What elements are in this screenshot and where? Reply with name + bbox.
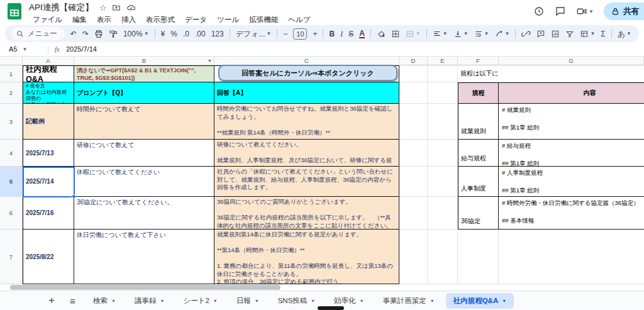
- italic-button[interactable]: I: [340, 30, 343, 38]
- cell-d4[interactable]: [399, 140, 428, 167]
- functions-button[interactable]: Σ: [601, 30, 605, 38]
- cell-c4[interactable]: 研修について教えてください。 就業規則、人事制度規程、及び36協定において、研修…: [214, 140, 399, 167]
- column-b-dropdown-icon[interactable]: ▼: [208, 58, 212, 63]
- cell-a2[interactable]: # 命令文 あなたは社内規程回答の 効果的な回答を作成して: [23, 82, 74, 104]
- more-formats-button[interactable]: 123: [211, 30, 224, 38]
- row-header-4[interactable]: 4: [0, 140, 23, 167]
- formula-input[interactable]: 2025/7/14: [66, 45, 97, 53]
- all-sheets-button[interactable]: ≡: [63, 296, 82, 306]
- print-button[interactable]: [94, 30, 103, 38]
- cell-c2[interactable]: 回答【A】: [214, 82, 399, 104]
- cell-e6[interactable]: [428, 197, 458, 230]
- cell-e5[interactable]: [428, 167, 458, 197]
- cell-f3[interactable]: 就業規則: [458, 104, 499, 140]
- cell-a7[interactable]: 2025/8/22: [23, 230, 74, 284]
- menu-file[interactable]: ファイル: [29, 14, 66, 25]
- borders-button[interactable]: [391, 30, 400, 38]
- redo-button[interactable]: ↷: [82, 30, 89, 38]
- cell-a3[interactable]: 記載例: [23, 104, 74, 140]
- column-header-d[interactable]: D: [399, 57, 428, 65]
- sheet-tab-sns[interactable]: SNS投稿▼: [270, 293, 323, 309]
- sheet-tab-kensaku[interactable]: 検索▼: [86, 293, 123, 309]
- zoom-dropdown[interactable]: 100% ▼: [123, 30, 149, 38]
- cell-c5[interactable]: 社員からの「休暇について教えてください」という問い合わせに対して、就業規則、給与…: [214, 167, 399, 197]
- vertical-align-button[interactable]: ▼: [453, 30, 469, 38]
- menu-tools[interactable]: ツール: [213, 14, 243, 25]
- menu-format[interactable]: 表示形式: [142, 14, 179, 25]
- document-title[interactable]: API連携【確定】: [29, 2, 94, 13]
- font-size-input[interactable]: 10: [293, 28, 307, 40]
- cell-a1[interactable]: 社内規程Q&A: [23, 65, 74, 82]
- cell-g6[interactable]: # 時間外労働・休日労働に関する協定届（36協定） ## 基本情報 **事業場名…: [499, 197, 644, 230]
- cell-e4[interactable]: [428, 140, 458, 167]
- cell-g4[interactable]: # 給与規程 ## 第1章 総則 ### 第1条（目的）: [499, 140, 644, 167]
- insert-link-button[interactable]: [521, 29, 531, 38]
- format-currency-button[interactable]: ¥: [161, 30, 165, 38]
- meet-presentation-button[interactable]: ▼: [576, 6, 594, 17]
- menu-data[interactable]: データ: [181, 14, 211, 25]
- cell-e2[interactable]: [428, 82, 458, 104]
- create-filter-button[interactable]: [565, 30, 574, 38]
- cell-f2[interactable]: 規程: [458, 82, 499, 104]
- star-icon[interactable]: ☆: [99, 4, 107, 12]
- cell-c6[interactable]: 36協同についてのご質問ありがとうございます。 36協定に関する社内規程の該当箇…: [214, 197, 399, 230]
- decrease-decimal-button[interactable]: .0: [183, 30, 189, 38]
- text-color-button[interactable]: A: [359, 30, 365, 38]
- increase-decimal-button[interactable]: .00: [195, 30, 206, 38]
- select-all-corner[interactable]: [0, 57, 23, 65]
- format-percent-button[interactable]: %: [170, 30, 177, 38]
- cell-b7[interactable]: 休日労働について教えて下さい: [74, 230, 214, 284]
- cell-a6[interactable]: 2025/7/16: [23, 197, 74, 230]
- column-header-g[interactable]: G: [499, 57, 644, 65]
- cell-b2[interactable]: プロンプト【Q】: [74, 82, 214, 104]
- row-header-1[interactable]: 1: [0, 65, 23, 82]
- cell-b4[interactable]: 研修について教えて: [74, 140, 214, 167]
- menu-insert[interactable]: 挿入: [118, 14, 140, 25]
- version-history-icon[interactable]: [533, 6, 545, 17]
- row-header-7[interactable]: 7: [0, 230, 23, 284]
- cell-f6[interactable]: 36協定: [458, 197, 499, 230]
- cloud-status-icon[interactable]: [126, 3, 136, 12]
- insert-comment-button[interactable]: [536, 30, 545, 38]
- decrease-font-size-button[interactable]: −: [283, 30, 287, 38]
- fill-color-button[interactable]: [377, 30, 386, 38]
- cell-f5[interactable]: 人事制度: [458, 167, 499, 197]
- cell-e7[interactable]: [428, 230, 458, 284]
- cell-g5[interactable]: # 人事制度規程 ## 第1章 総則: [499, 167, 644, 197]
- name-box[interactable]: A5▼: [0, 45, 48, 53]
- input-tools-button[interactable]: あ ▼: [618, 30, 631, 38]
- sheet-tab-nippou[interactable]: 日報▼: [229, 293, 267, 309]
- undo-button[interactable]: ↶: [70, 30, 77, 38]
- font-dropdown[interactable]: デフォ... ▼: [236, 30, 272, 38]
- cell-f7[interactable]: [458, 230, 499, 284]
- cell-g1[interactable]: [499, 65, 644, 82]
- cell-g2[interactable]: 内容: [499, 82, 644, 104]
- menu-help[interactable]: ヘルプ: [284, 14, 314, 25]
- menus-search-button[interactable]: メニュー: [11, 27, 65, 40]
- text-rotation-button[interactable]: ▼: [495, 30, 510, 38]
- row-header-6[interactable]: 6: [0, 197, 23, 230]
- insert-chart-button[interactable]: [551, 30, 560, 38]
- cell-c3[interactable]: 時間外労働についてお問合せですね。就業規則と36協定を確認してみましょう。 **…: [214, 104, 399, 140]
- horizontal-align-button[interactable]: ▼: [433, 30, 448, 38]
- menu-view[interactable]: 表示: [93, 14, 115, 25]
- cell-d1[interactable]: [399, 65, 428, 82]
- cell-b5[interactable]: 休暇について教えてください: [74, 167, 214, 197]
- text-wrap-button[interactable]: ▼: [474, 30, 489, 38]
- strikethrough-button[interactable]: S: [348, 30, 353, 38]
- cell-b1[interactable]: 消さないで⇒GPT($A$2 & B1 & TEXTJOIN("", TRUE,…: [74, 65, 214, 82]
- answer-macro-button[interactable]: 回答案セルにカーソル⇒本ボタンクリック: [218, 65, 397, 81]
- increase-font-size-button[interactable]: +: [313, 30, 317, 38]
- cell-f1[interactable]: 規程は以下に貼り付けてください: [458, 65, 499, 82]
- cell-d7[interactable]: [399, 230, 428, 284]
- comments-icon[interactable]: [555, 6, 566, 17]
- bold-button[interactable]: B: [329, 30, 335, 38]
- row-header-2[interactable]: 2: [0, 82, 23, 104]
- cell-e1[interactable]: [428, 65, 458, 82]
- menu-extensions[interactable]: 拡張機能: [245, 14, 282, 25]
- cell-b3[interactable]: 時間外について教えて: [74, 104, 214, 140]
- horizontal-scrollbar-thumb[interactable]: [10, 285, 280, 290]
- column-header-f[interactable]: F: [458, 57, 499, 65]
- sheet-tab-gijiroku[interactable]: 議事録▼: [127, 293, 172, 309]
- add-sheet-button[interactable]: +: [44, 294, 59, 307]
